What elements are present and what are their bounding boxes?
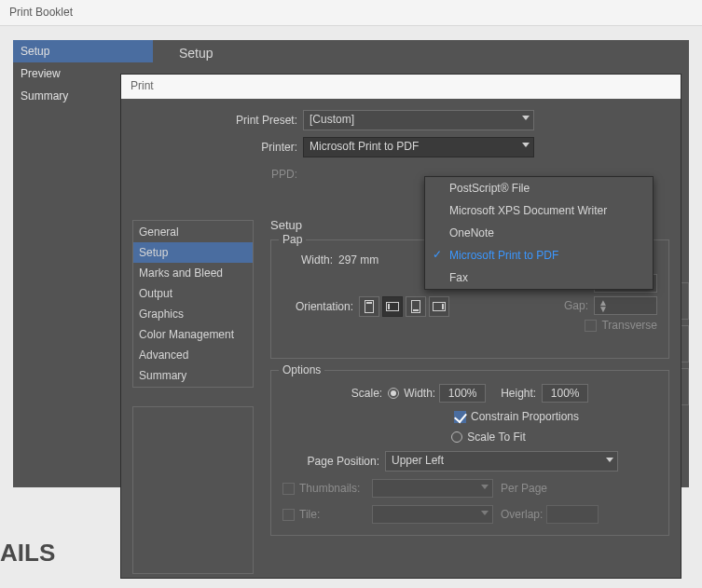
booklet-heading: Setup xyxy=(179,46,213,61)
orient-landscape-button[interactable] xyxy=(382,296,403,317)
print-category-list: General Setup Marks and Bleed Output Gra… xyxy=(132,220,254,388)
scale-to-fit-radio[interactable] xyxy=(451,431,462,443)
cat-general[interactable]: General xyxy=(133,222,253,242)
page-preview-box xyxy=(132,406,254,574)
printer-dropdown-popup: PostScript® File Microsoft XPS Document … xyxy=(424,176,654,290)
printer-option-onenote[interactable]: OneNote xyxy=(425,222,653,244)
cat-graphics[interactable]: Graphics xyxy=(133,304,253,324)
transverse-checkbox[interactable] xyxy=(585,320,597,332)
constrain-checkbox[interactable] xyxy=(454,411,466,423)
printer-option-ms-pdf[interactable]: Microsoft Print to PDF xyxy=(425,244,653,267)
ppd-label: PPD: xyxy=(121,168,303,181)
tile-label: Tile: xyxy=(299,508,372,521)
background-text-partial: AILS xyxy=(0,539,55,567)
gap-label: Gap: xyxy=(564,299,594,312)
overlap-label: Overlap: xyxy=(493,508,543,521)
scale-label: Scale: xyxy=(351,387,388,400)
gap-spinner[interactable]: ▲▼ xyxy=(594,296,657,315)
thumbnails-select[interactable] xyxy=(372,479,493,498)
orient-portrait-button[interactable] xyxy=(359,296,379,317)
scale-width-radio[interactable] xyxy=(388,388,399,399)
printer-option-postscript[interactable]: PostScript® File xyxy=(425,177,653,199)
chevron-down-icon xyxy=(522,116,530,120)
cat-marks[interactable]: Marks and Bleed xyxy=(133,263,253,283)
paper-width-label: Width: xyxy=(282,253,338,267)
printer-option-xps[interactable]: Microsoft XPS Document Writer xyxy=(425,199,653,222)
scale-height-input[interactable]: 100% xyxy=(542,384,588,403)
orient-rev-portrait-button[interactable] xyxy=(406,296,426,317)
cat-setup[interactable]: Setup xyxy=(133,242,253,263)
scale-width-input[interactable]: 100% xyxy=(439,384,486,403)
page-position-value: Upper Left xyxy=(392,454,444,467)
chevron-down-icon xyxy=(481,511,489,515)
chevron-down-icon xyxy=(522,143,530,147)
options-legend: Options xyxy=(279,363,324,376)
printer-label: Printer: xyxy=(121,141,303,154)
printer-select[interactable]: Microsoft Print to PDF xyxy=(303,137,534,157)
orientation-label: Orientation: xyxy=(282,300,359,313)
options-group: Options Scale: Width: 100% Height: 100% … xyxy=(270,370,669,536)
print-preset-select[interactable]: [Custom] xyxy=(303,110,534,130)
overlap-input[interactable] xyxy=(546,505,599,524)
chevron-down-icon xyxy=(481,485,489,489)
chevron-down-icon xyxy=(606,458,613,462)
cat-output[interactable]: Output xyxy=(133,283,253,304)
print-preset-label: Print Preset: xyxy=(121,114,303,127)
per-page-label: Per Page xyxy=(493,482,547,495)
paper-size-legend: Pap xyxy=(279,233,306,246)
scale-width-label: Width: xyxy=(404,387,439,400)
print-dialog: Print Print Preset: [Custom] Printer: Mi… xyxy=(121,75,681,578)
print-preset-value: [Custom] xyxy=(310,113,354,126)
thumbnails-label: Thumbnails: xyxy=(299,482,372,495)
scale-to-fit-label: Scale To Fit xyxy=(467,431,525,444)
transverse-label: Transverse xyxy=(601,319,657,332)
printer-value: Microsoft Print to PDF xyxy=(310,140,419,153)
cat-color[interactable]: Color Management xyxy=(133,324,253,345)
paper-width-value: 297 mm xyxy=(338,253,413,267)
constrain-label: Constrain Proportions xyxy=(471,410,579,423)
cat-advanced[interactable]: Advanced xyxy=(133,345,253,365)
page-position-select[interactable]: Upper Left xyxy=(385,451,618,472)
tile-select[interactable] xyxy=(372,505,493,524)
print-title: Print xyxy=(121,75,681,99)
tile-checkbox[interactable] xyxy=(282,509,295,521)
scale-height-label: Height: xyxy=(486,387,542,400)
booklet-title: Print Booklet xyxy=(0,0,702,26)
booklet-tab-setup[interactable]: Setup xyxy=(13,40,153,62)
orient-rev-landscape-button[interactable] xyxy=(429,296,449,317)
page-position-label: Page Position: xyxy=(282,455,385,468)
printer-option-fax[interactable]: Fax xyxy=(425,267,653,289)
thumbnails-checkbox[interactable] xyxy=(282,483,295,495)
cat-summary[interactable]: Summary xyxy=(133,365,253,386)
